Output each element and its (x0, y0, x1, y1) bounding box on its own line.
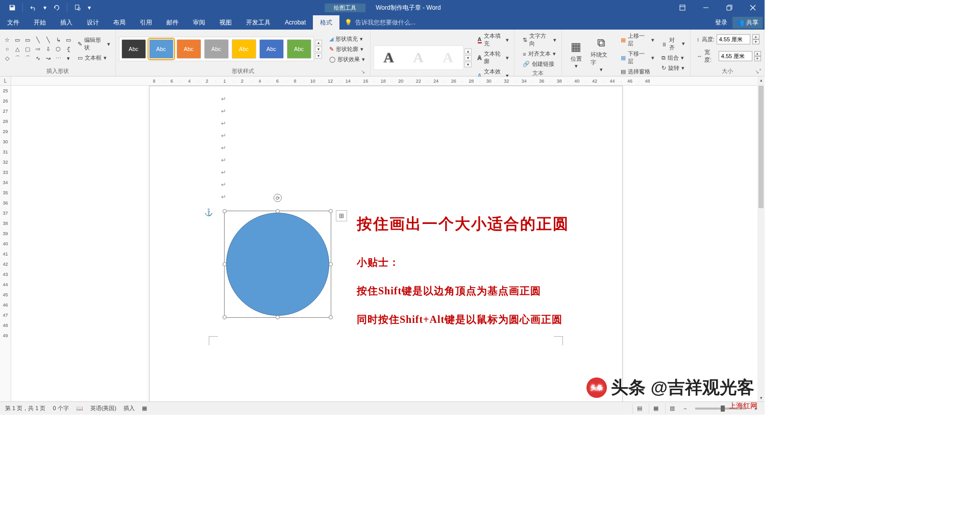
tab-acrobat[interactable]: Acrobat (278, 15, 313, 30)
resize-handle-bm[interactable] (276, 315, 280, 319)
restore-button[interactable] (718, 0, 741, 15)
shape-triangle-icon[interactable]: △ (13, 45, 21, 53)
rotate-button[interactable]: ↻旋转 ▾ (659, 64, 687, 72)
selection-pane-button[interactable]: ▤选择窗格 (619, 67, 656, 76)
rotate-handle[interactable]: ⟳ (274, 194, 282, 202)
status-macro-icon[interactable]: ▦ (142, 405, 147, 412)
align-text-button[interactable]: ≡对齐文本 ▾ (521, 49, 558, 58)
shape-oval-icon[interactable]: ○ (3, 45, 11, 53)
shape-style-4[interactable]: Abc (232, 39, 256, 59)
tab-view[interactable]: 视图 (212, 15, 239, 30)
qat-customize-dropdown[interactable]: ▾ (86, 1, 93, 15)
resize-handle-ml[interactable] (223, 262, 227, 266)
layout-options-button[interactable]: ⊞ (336, 210, 347, 221)
shape-effects-button[interactable]: ◯形状效果 ▾ (327, 55, 367, 64)
shapes-gallery[interactable]: ☆ ▭ ▭ ╲ ╲ ↳ ▭ ○ △ ▢ ⇨ ⇩ ⬡ ⦃ ◇ ⌒ ⌒ ∿ ↝ ⋯ (3, 36, 72, 62)
height-input[interactable] (717, 34, 750, 44)
view-read-mode-button[interactable]: ▤ (632, 403, 646, 414)
undo-dropdown[interactable]: ▾ (41, 1, 48, 15)
resize-handle-tm[interactable] (276, 209, 280, 213)
view-web-layout-button[interactable]: ▥ (665, 403, 678, 414)
status-page[interactable]: 第 1 页，共 1 页 (5, 404, 45, 412)
redo-button[interactable] (48, 1, 65, 15)
shape-line2-icon[interactable]: ╲ (44, 36, 52, 44)
shape-brace-icon[interactable]: ⦃ (64, 45, 72, 53)
status-spellcheck-icon[interactable]: 📖 (76, 405, 83, 412)
resize-handle-mr[interactable] (329, 262, 333, 266)
gallery-up-icon[interactable]: ▴ (315, 40, 322, 45)
height-spin-up[interactable]: ▴ (752, 34, 760, 39)
status-language[interactable]: 英语(美国) (90, 404, 116, 412)
shape-outline-button[interactable]: ✎形状轮廓 ▾ (327, 45, 367, 54)
tab-developer[interactable]: 开发工具 (239, 15, 278, 30)
shape-curve-icon[interactable]: ⌒ (13, 54, 21, 62)
collapse-ribbon-icon[interactable]: ˄ (759, 68, 762, 74)
zoom-out-button[interactable]: − (681, 406, 689, 412)
position-button[interactable]: ▦位置▾ (565, 38, 587, 70)
shape-line-icon[interactable]: ╲ (34, 36, 42, 44)
shape-star-icon[interactable]: ☆ (3, 36, 11, 44)
resize-handle-bl[interactable] (223, 315, 227, 319)
bring-forward-button[interactable]: ▦上移一层 ▾ (619, 32, 656, 48)
width-input[interactable] (719, 51, 752, 61)
tab-insert[interactable]: 插入 (53, 15, 80, 30)
dialog-launcher-icon[interactable]: ↘ (359, 69, 367, 74)
shape-overflow-icon[interactable]: ▾ (64, 54, 72, 62)
resize-handle-br[interactable] (329, 315, 333, 319)
tab-review[interactable]: 审阅 (186, 15, 212, 30)
shape-arc-icon[interactable]: ⌒ (23, 54, 32, 62)
horizontal-ruler[interactable]: 8·6·4·2·1·2·4·6·8·10·12·14·16·18·20·22·2… (11, 77, 757, 86)
gallery-more-icon[interactable]: ▾ (315, 53, 322, 59)
text-direction-button[interactable]: ⇅文字方向 ▾ (521, 32, 558, 48)
text-fill-button[interactable]: A文本填充 ▾ (476, 32, 511, 48)
wordart-style-2[interactable]: A (406, 47, 431, 68)
shape-rect2-icon[interactable]: ▭ (64, 36, 72, 44)
shape-rect-icon[interactable]: ▭ (23, 36, 32, 44)
print-preview-button[interactable] (69, 1, 86, 15)
shape-paren-icon[interactable]: ◇ (3, 54, 11, 62)
scroll-up-icon[interactable]: ▴ (757, 77, 765, 84)
width-spin-up[interactable]: ▴ (754, 51, 761, 56)
vertical-scrollbar[interactable]: ▴ ▾ (757, 77, 765, 401)
group-button[interactable]: ⧉组合 ▾ (659, 54, 687, 62)
scroll-thumb[interactable] (758, 86, 764, 208)
status-mode[interactable]: 插入 (124, 404, 135, 412)
tab-home[interactable]: 开始 (27, 15, 53, 30)
text-outline-button[interactable]: A文本轮廓 ▾ (476, 49, 511, 66)
send-backward-button[interactable]: ▦下移一层 ▾ (619, 49, 656, 66)
scroll-down-icon[interactable]: ▾ (757, 394, 765, 401)
tab-design[interactable]: 设计 (80, 15, 106, 30)
shape-style-3[interactable]: Abc (204, 39, 229, 59)
wa-up-icon[interactable]: ▴ (464, 48, 472, 54)
undo-button[interactable] (25, 1, 41, 15)
shape-freeform-icon[interactable]: ∿ (34, 54, 42, 62)
create-link-button[interactable]: 🔗创建链接 (521, 60, 558, 68)
resize-handle-tl[interactable] (223, 209, 227, 213)
shape-style-gallery[interactable]: AbcAbcAbcAbcAbcAbcAbc (119, 37, 314, 61)
tab-mailings[interactable]: 邮件 (159, 15, 186, 30)
resize-handle-tr[interactable] (329, 209, 333, 213)
document-canvas[interactable]: ↵ ↵ ↵ ↵ ↵ ↵ ↵ ↵ ↵ ⚓ ⟳ ⊞ (11, 86, 757, 401)
share-button[interactable]: 👥共享 (732, 17, 763, 29)
shape-style-5[interactable]: Abc (259, 39, 284, 59)
gallery-down-icon[interactable]: ▾ (315, 46, 322, 52)
wordart-style-1[interactable]: A (376, 47, 402, 68)
wa-down-icon[interactable]: ▾ (464, 55, 472, 61)
zoom-knob[interactable] (721, 406, 725, 412)
shape-roundrect-icon[interactable]: ▢ (23, 45, 32, 53)
shape-fill-button[interactable]: ◢形状填充 ▾ (327, 35, 367, 43)
minimize-button[interactable] (694, 0, 718, 15)
shape-style-0[interactable]: Abc (121, 39, 146, 59)
shape-arrow-icon[interactable]: ⇨ (34, 45, 42, 53)
ribbon-display-options-button[interactable] (671, 0, 694, 15)
ruler-corner[interactable]: L (0, 77, 11, 86)
shape-scribble-icon[interactable]: ↝ (44, 54, 52, 62)
height-spin-down[interactable]: ▾ (752, 39, 760, 44)
selected-shape[interactable]: ⚓ ⟳ ⊞ (224, 211, 331, 318)
shape-more-icon[interactable]: ⋯ (54, 54, 62, 62)
tab-file[interactable]: 文件 (0, 15, 27, 30)
text-box-button[interactable]: ▭文本框 ▾ (76, 54, 112, 62)
edit-shape-button[interactable]: ✎编辑形状 ▾ (76, 36, 112, 52)
shape-style-1[interactable]: Abc (149, 39, 174, 59)
save-button[interactable] (4, 1, 20, 15)
